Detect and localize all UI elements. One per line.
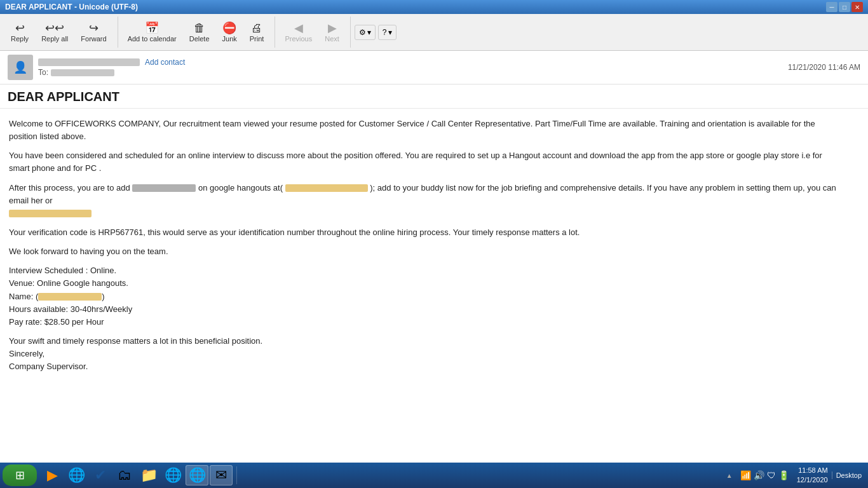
- name-blurred-1: [132, 184, 196, 192]
- name-label: Name: (: [9, 292, 38, 301]
- maximize-button[interactable]: □: [839, 2, 850, 12]
- taskbar-file-explorer[interactable]: 📁: [137, 465, 160, 485]
- close-button[interactable]: ✕: [851, 2, 863, 12]
- action-group: 📅 Add to calendar 🗑 Delete ⛔ Junk 🖨 Prin…: [122, 17, 276, 48]
- minimize-button[interactable]: ─: [826, 2, 837, 12]
- start-button[interactable]: ⊞: [3, 464, 37, 486]
- body-paragraph-4: Your verification code is HRP567761, thi…: [9, 226, 843, 239]
- body-paragraph-2: You have been considered and scheduled f…: [9, 149, 843, 175]
- sys-tray-expand[interactable]: ▲: [726, 472, 733, 479]
- clock-time: 11:58 AM: [797, 466, 828, 475]
- email-body: Welcome to OFFICEWORKS COMPANY, Our recr…: [0, 109, 851, 388]
- toolbar-right: ⚙ ▾ ? ▾: [355, 25, 397, 40]
- previous-label: Previous: [285, 35, 312, 43]
- window-controls: ─ □ ✕: [826, 2, 863, 12]
- reply-icon: ↩: [15, 22, 25, 34]
- taskbar-right: ▲ 📶 🔊 🛡 🔋 11:58 AM 12/1/2020 Desktop: [726, 466, 865, 485]
- taskbar-folder-manager[interactable]: 🗂: [113, 465, 136, 485]
- mail-icon: ✉: [215, 467, 227, 484]
- file-explorer-icon: 📁: [140, 467, 158, 484]
- hangout-link-blurred: [285, 184, 368, 192]
- folder-manager-icon: 🗂: [118, 467, 132, 484]
- taskbar-chrome-1[interactable]: 🌐: [161, 465, 184, 485]
- battery-icon: 🔋: [778, 470, 789, 480]
- chrome-icon-1: 🌐: [165, 467, 182, 484]
- speaker-icon: 🔊: [754, 470, 764, 480]
- print-label: Print: [250, 35, 264, 43]
- help-icon: ?: [383, 28, 387, 37]
- print-icon: 🖨: [251, 22, 262, 34]
- body-paragraph-5: We look forward to having you on the tea…: [9, 245, 843, 258]
- body-paragraph-1: Welcome to OFFICEWORKS COMPANY, Our recr…: [9, 118, 843, 143]
- taskbar: ⊞ ▶ 🌐 ✔ 🗂 📁 🌐 🌐 ✉ ▲ 📶 🔊 🛡 🔋 11:58 AM 12/…: [0, 463, 868, 488]
- delete-button[interactable]: 🗑 Delete: [184, 18, 215, 47]
- sender-details: Add contact To:: [38, 58, 185, 77]
- closing-1: Your swift and timely response matters a…: [9, 336, 262, 346]
- next-button[interactable]: ▶ Next: [319, 18, 345, 47]
- reply-all-icon: ↩↩: [45, 22, 64, 34]
- help-dropdown-icon: ▾: [388, 28, 392, 37]
- forward-icon: ↪: [89, 22, 98, 34]
- sender-name-row: Add contact: [38, 58, 185, 67]
- reply-button[interactable]: ↩ Reply: [5, 18, 34, 47]
- delete-label: Delete: [189, 35, 210, 43]
- sys-tray: 📶 🔊 🛡 🔋: [736, 470, 793, 480]
- desktop-button[interactable]: Desktop: [832, 471, 865, 479]
- taskbar-checkmark-app[interactable]: ✔: [89, 465, 112, 485]
- closing-paragraph: Your swift and timely response matters a…: [9, 335, 843, 373]
- sender-name-blurred: [38, 58, 140, 66]
- avatar-icon: 👤: [13, 60, 27, 74]
- help-button[interactable]: ? ▾: [378, 25, 397, 40]
- title-bar: DEAR APPLICANT - Unicode (UTF-8) ─ □ ✕: [0, 0, 868, 14]
- options-button[interactable]: ⚙ ▾: [355, 25, 376, 40]
- calendar-icon: 📅: [145, 22, 159, 34]
- add-to-calendar-button[interactable]: 📅 Add to calendar: [122, 18, 182, 47]
- nav-group: ◀ Previous ▶ Next: [279, 17, 350, 48]
- sender-info: 👤 Add contact To:: [8, 55, 185, 80]
- closing-2: Sincerely,: [9, 349, 44, 358]
- name-end: ): [102, 292, 104, 301]
- junk-icon: ⛔: [222, 22, 236, 34]
- reply-group: ↩ Reply ↩↩ Reply all ↪ Forward: [5, 17, 118, 48]
- options-icon: ⚙: [359, 28, 366, 37]
- email-header: 👤 Add contact To: 11/21/2020 11:46 AM: [0, 51, 868, 85]
- interview-label: Interview Scheduled : Online.: [9, 266, 116, 275]
- previous-button[interactable]: ◀ Previous: [279, 18, 318, 47]
- hours-label: Hours available: 30-40hrs/Weekly: [9, 304, 132, 314]
- reply-all-button[interactable]: ↩↩ Reply all: [36, 18, 74, 47]
- email-subject: DEAR APPLICANT: [8, 90, 860, 104]
- previous-icon: ◀: [294, 22, 303, 34]
- add-contact-link[interactable]: Add contact: [145, 58, 185, 67]
- forward-label: Forward: [81, 35, 106, 43]
- body-para3-mid: on google hangouts at(: [198, 183, 283, 193]
- taskbar-separator: [236, 466, 237, 484]
- sender-avatar: 👤: [8, 55, 33, 80]
- ie-icon: 🌐: [68, 467, 85, 484]
- delete-icon: 🗑: [194, 22, 205, 34]
- email-link-blurred: [9, 210, 92, 217]
- checkmark-icon: ✔: [95, 467, 106, 484]
- to-row: To:: [38, 68, 185, 77]
- print-button[interactable]: 🖨 Print: [244, 18, 270, 47]
- venue-label: Venue: Online Google hangouts.: [9, 278, 128, 288]
- window-title: DEAR APPLICANT - Unicode (UTF-8): [5, 3, 138, 11]
- taskbar-chrome-2[interactable]: 🌐: [186, 465, 208, 485]
- reply-all-label: Reply all: [41, 35, 68, 43]
- next-label: Next: [325, 35, 339, 43]
- to-address-blurred: [51, 69, 114, 76]
- email-subject-bar: DEAR APPLICANT: [0, 85, 868, 109]
- network-icon: 📶: [740, 470, 751, 480]
- taskbar-ie[interactable]: 🌐: [65, 465, 88, 485]
- taskbar-mail-app[interactable]: ✉: [210, 465, 233, 485]
- taskbar-media-player[interactable]: ▶: [41, 465, 64, 485]
- email-datetime: 11/21/2020 11:46 AM: [788, 63, 860, 72]
- pay-label: Pay rate: $28.50 per Hour: [9, 317, 104, 327]
- body-paragraph-3: After this process, you are to add on go…: [9, 182, 843, 220]
- email-body-wrapper[interactable]: Welcome to OFFICEWORKS COMPANY, Our recr…: [0, 109, 868, 463]
- junk-button[interactable]: ⛔ Junk: [217, 18, 243, 47]
- name-link-blurred: [38, 293, 102, 301]
- forward-button[interactable]: ↪ Forward: [75, 18, 112, 47]
- taskbar-clock: 11:58 AM 12/1/2020: [797, 466, 828, 485]
- windows-logo-icon: ⊞: [15, 468, 25, 482]
- junk-label: Junk: [222, 35, 237, 43]
